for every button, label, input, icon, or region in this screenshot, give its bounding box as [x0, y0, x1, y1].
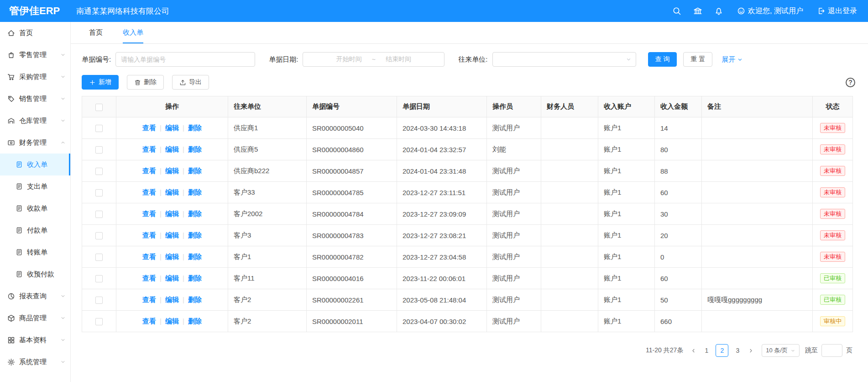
sidebar-subitem-collection-bill[interactable]: 收款单 — [0, 197, 70, 219]
jump-page-input[interactable] — [821, 344, 842, 357]
search-icon[interactable] — [672, 6, 681, 16]
add-button[interactable]: 新增 — [82, 75, 119, 90]
delete-button[interactable]: 删除 — [127, 75, 164, 90]
help-icon[interactable]: ? — [846, 78, 855, 87]
sidebar-subitem-income-bill[interactable]: 收入单 — [0, 154, 70, 175]
row-checkbox[interactable] — [95, 254, 103, 261]
chevron-down-icon — [60, 118, 66, 123]
view-link[interactable]: 查看 — [142, 274, 156, 282]
edit-link[interactable]: 编辑 — [165, 253, 179, 260]
cell-remark — [702, 268, 813, 289]
edit-link[interactable]: 编辑 — [165, 145, 179, 153]
sidebar-item-goods[interactable]: 商品管理 — [0, 307, 70, 329]
date-range-picker[interactable]: 开始时间 ~ 结束时间 — [303, 52, 444, 67]
tab-home[interactable]: 首页 — [89, 22, 103, 43]
edit-link[interactable]: 编辑 — [165, 124, 179, 132]
sidebar-item-purchase[interactable]: 采购管理 — [0, 66, 70, 88]
sidebar-item-warehouse[interactable]: 仓库管理 — [0, 110, 70, 132]
delete-link[interactable]: 删除 — [188, 124, 202, 132]
sidebar-item-finance[interactable]: 财务管理 — [0, 132, 70, 154]
row-checkbox[interactable] — [95, 297, 103, 304]
bank-icon[interactable] — [693, 6, 702, 16]
delete-link[interactable]: 删除 — [188, 317, 202, 325]
row-checkbox[interactable] — [95, 318, 103, 325]
tab-income-bill[interactable]: 收入单 — [123, 22, 143, 43]
logout-icon — [817, 7, 825, 15]
partner-select[interactable] — [492, 52, 636, 67]
page-button-1[interactable]: 1 — [700, 344, 713, 357]
logout-button[interactable]: 退出登录 — [817, 6, 857, 16]
expand-toggle[interactable]: 展开 — [722, 55, 743, 64]
view-link[interactable]: 查看 — [142, 210, 156, 218]
row-checkbox[interactable] — [95, 146, 103, 154]
reset-button[interactable]: 重 置 — [683, 52, 712, 67]
edit-link[interactable]: 编辑 — [165, 317, 179, 325]
action-separator: | — [160, 124, 162, 132]
sidebar-item-reports[interactable]: 报表查询 — [0, 285, 70, 307]
sidebar-subitem-advance-receipt[interactable]: 收预付款 — [0, 263, 70, 285]
action-separator: | — [183, 210, 184, 218]
cell-bill-date: 2023-05-08 21:48:04 — [397, 289, 487, 311]
delete-link[interactable]: 删除 — [188, 231, 202, 239]
page-button-3[interactable]: 3 — [731, 344, 744, 357]
column-header: 往来单位 — [228, 96, 307, 117]
edit-link[interactable]: 编辑 — [165, 188, 179, 196]
edit-link[interactable]: 编辑 — [165, 167, 179, 175]
sidebar-subitem-transfer-bill[interactable]: 转账单 — [0, 241, 70, 263]
cell-remark — [702, 311, 813, 332]
delete-link[interactable]: 删除 — [188, 188, 202, 196]
sidebar-subitem-payment-bill[interactable]: 付款单 — [0, 219, 70, 241]
column-header: 收入账户 — [598, 96, 655, 117]
cell-remark — [702, 139, 813, 160]
search-button[interactable]: 查 询 — [648, 52, 677, 67]
view-link[interactable]: 查看 — [142, 231, 156, 239]
page-size-select[interactable]: 10 条/页 — [762, 344, 800, 357]
edit-link[interactable]: 编辑 — [165, 274, 179, 282]
bell-icon[interactable] — [714, 6, 723, 16]
delete-link[interactable]: 删除 — [188, 296, 202, 303]
sidebar-subitem-expense-bill[interactable]: 支出单 — [0, 175, 70, 197]
row-checkbox[interactable] — [95, 125, 103, 132]
delete-link[interactable]: 删除 — [188, 145, 202, 153]
user-welcome[interactable]: 欢迎您, 测试用户 — [737, 6, 803, 16]
cell-bill-no: SR00000004857 — [307, 160, 397, 182]
export-button[interactable]: 导出 — [172, 75, 209, 90]
page-button-2[interactable]: 2 — [716, 344, 728, 357]
sidebar-item-home[interactable]: 首页 — [0, 22, 70, 44]
doc-icon — [16, 205, 23, 212]
view-link[interactable]: 查看 — [142, 296, 156, 303]
sidebar-item-basic-data[interactable]: 基本资料 — [0, 329, 70, 351]
row-checkbox[interactable] — [95, 189, 103, 196]
view-link[interactable]: 查看 — [142, 253, 156, 260]
next-page-button[interactable] — [745, 344, 756, 357]
view-link[interactable]: 查看 — [142, 188, 156, 196]
view-link[interactable]: 查看 — [142, 167, 156, 175]
edit-link[interactable]: 编辑 — [165, 296, 179, 303]
row-checkbox[interactable] — [95, 211, 103, 218]
row-checkbox[interactable] — [95, 232, 103, 239]
select-all-checkbox[interactable] — [95, 104, 103, 111]
row-checkbox[interactable] — [95, 275, 103, 282]
sidebar-item-sales[interactable]: 销售管理 — [0, 88, 70, 110]
edit-link[interactable]: 编辑 — [165, 210, 179, 218]
main-area: 首页 收入单 单据编号: 单据日期: 开始时间 ~ 结束时间 往来单位: — [71, 22, 868, 382]
edit-link[interactable]: 编辑 — [165, 231, 179, 239]
view-link[interactable]: 查看 — [142, 124, 156, 132]
row-checkbox[interactable] — [95, 168, 103, 175]
prev-page-button[interactable] — [688, 344, 699, 357]
delete-link[interactable]: 删除 — [188, 253, 202, 260]
view-link[interactable]: 查看 — [142, 145, 156, 153]
delete-link[interactable]: 删除 — [188, 167, 202, 175]
delete-link[interactable]: 删除 — [188, 274, 202, 282]
cell-operator: 测试用户 — [487, 246, 541, 268]
bill-no-input[interactable] — [115, 52, 255, 67]
action-separator: | — [160, 253, 162, 260]
view-link[interactable]: 查看 — [142, 317, 156, 325]
sidebar-item-retail[interactable]: 零售管理 — [0, 44, 70, 66]
status-badge: 未审核 — [820, 166, 845, 176]
cell-finance-staff — [541, 117, 598, 139]
cell-finance-staff — [541, 225, 598, 246]
cell-bill-no: SR00000004784 — [307, 203, 397, 225]
delete-link[interactable]: 删除 — [188, 210, 202, 218]
sidebar-item-system[interactable]: 系统管理 — [0, 351, 70, 373]
